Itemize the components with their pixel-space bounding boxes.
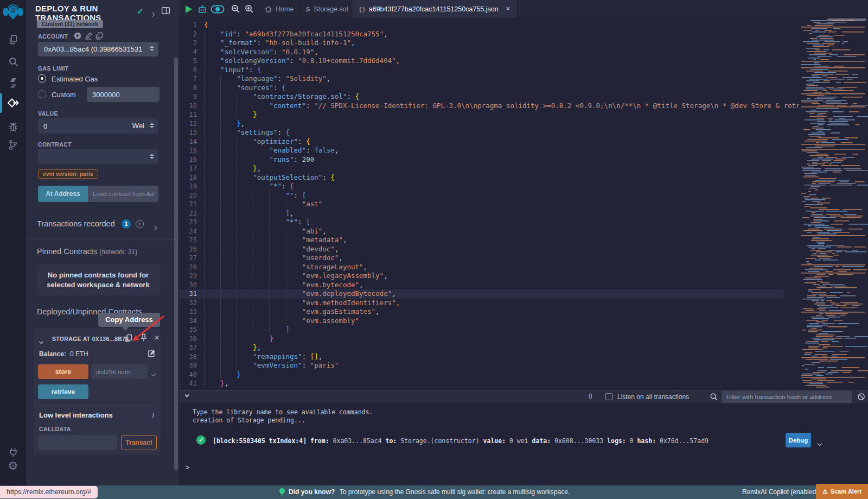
code-line[interactable]: 14 "optimizer": { (179, 137, 784, 147)
calldata-input[interactable] (38, 435, 117, 450)
panel-scrollbar[interactable] (174, 58, 178, 470)
code-editor[interactable]: 1{2 "id": "a69b43f277ba20fcac141151250ca… (179, 18, 868, 390)
code-line[interactable]: 8 "sources": { (179, 84, 784, 93)
copy-address-icon[interactable] (124, 334, 132, 342)
pin-contract-icon[interactable] (140, 333, 148, 342)
terminal-prompt[interactable]: > (186, 463, 190, 471)
expand-panel-icon[interactable] (151, 9, 154, 18)
code-content[interactable]: 1{2 "id": "a69b43f277ba20fcac141151250ca… (179, 21, 799, 388)
code-line[interactable]: 27 "userdoc", (179, 254, 784, 263)
code-line[interactable]: 36 } (179, 334, 784, 344)
minimap[interactable] (799, 18, 868, 390)
code-line[interactable]: 17 }, (179, 164, 784, 173)
expand-transactions-icon[interactable] (153, 222, 156, 232)
code-line[interactable]: 16 "runs": 200 (179, 155, 784, 165)
code-line[interactable]: 39 "evmVersion": "paris" (179, 361, 784, 370)
code-line[interactable]: 3 "_format": "hh-sol-build-info-1", (179, 39, 784, 48)
code-line[interactable]: 10 "content": "// SPDX-License-Identifie… (179, 102, 784, 111)
code-line[interactable]: 31 "evm.deployedBytecode", (179, 289, 784, 299)
remix-ai-icon[interactable] (197, 0, 208, 18)
transaction-filter-input[interactable] (722, 391, 852, 403)
copy-account-icon[interactable] (95, 32, 103, 40)
terminal-search-icon[interactable] (710, 393, 718, 401)
expand-store-icon[interactable] (152, 368, 155, 378)
deploy-run-icon[interactable] (0, 94, 26, 111)
code-line[interactable]: 38 "remappings": [], (179, 352, 784, 362)
estimated-gas-radio[interactable] (38, 74, 46, 83)
file-explorer-icon[interactable] (0, 31, 26, 48)
add-account-icon[interactable] (74, 32, 81, 40)
code-line[interactable]: 1{ (179, 21, 784, 30)
code-line[interactable]: 37 }, (179, 343, 784, 352)
transaction-log-row[interactable]: ✓ [block:5583405 txIndex:4] from: 0xa03.… (179, 432, 868, 451)
code-line[interactable]: 40 } (179, 370, 784, 380)
code-line[interactable]: 18 "outputSelection": { (179, 173, 784, 182)
code-line[interactable]: 22 ], (179, 209, 784, 218)
select-arrows-icon[interactable] (150, 123, 154, 128)
edit-balance-icon[interactable] (148, 349, 156, 357)
code-line[interactable]: 4 "solcVersion": "0.8.19", (179, 48, 784, 57)
contract-instance-title[interactable]: STORAGE AT 0X136...8B78 (52, 336, 129, 342)
code-line[interactable]: 11 } (179, 110, 784, 119)
transact-button[interactable]: Transact (121, 435, 157, 450)
code-line[interactable]: 35 ] (179, 325, 784, 334)
clear-console-icon[interactable] (857, 393, 865, 401)
debug-button[interactable]: Debug (786, 433, 811, 447)
code-line[interactable]: 25 "metadata", (179, 236, 784, 245)
code-line[interactable]: 15 "enabled": false, (179, 146, 784, 155)
copilot-status[interactable]: RemixAI Copilot (enabled) (742, 488, 818, 496)
minimap-slider[interactable] (827, 18, 866, 21)
value-unit-select[interactable]: Wei (132, 122, 144, 130)
code-line[interactable]: 29 "evm.legacyAssembly", (179, 271, 784, 281)
custom-gas-radio[interactable] (38, 90, 46, 98)
listen-checkbox[interactable] (605, 393, 612, 400)
store-button[interactable]: store (38, 364, 88, 379)
collapse-contract-icon[interactable] (40, 336, 43, 345)
info-icon[interactable]: i (136, 220, 144, 228)
retrieve-button[interactable]: retrieve (38, 384, 88, 399)
info-icon[interactable]: i (152, 411, 154, 420)
zoom-in-icon[interactable] (245, 0, 254, 18)
zoom-out-icon[interactable] (231, 0, 240, 18)
code-line[interactable]: 19 "*": { (179, 182, 784, 191)
close-tab-icon[interactable]: ✕ (506, 5, 510, 12)
code-line[interactable]: 28 "storageLayout", (179, 263, 784, 272)
search-icon[interactable] (0, 53, 26, 70)
remove-contract-icon[interactable]: ✕ (154, 334, 159, 342)
custom-gas-input[interactable] (87, 87, 159, 102)
account-select[interactable]: 0xA03...85ac4 (0.39866531531 (38, 42, 158, 56)
code-line[interactable]: 30 "evm.bytecode", (179, 281, 784, 290)
tab-storage-sol[interactable]: S Storage.sol (299, 0, 355, 18)
code-line[interactable]: 26 "devdoc", (179, 245, 784, 254)
code-line[interactable]: 33 "evm.gasEstimates", (179, 307, 784, 317)
remix-logo-icon[interactable] (0, 2, 26, 22)
solidity-compiler-icon[interactable] (0, 75, 26, 91)
expand-tx-icon[interactable] (818, 438, 821, 447)
code-line[interactable]: 41 }, (179, 379, 784, 388)
code-line[interactable]: 9 "contracts/Storage.sol": { (179, 92, 784, 102)
code-line[interactable]: 12 }, (179, 119, 784, 129)
collapse-terminal-icon[interactable] (186, 393, 188, 397)
tab-home[interactable]: Home (258, 0, 301, 18)
code-line[interactable]: 2 "id": "a69b43f277ba20fcac141151250ca75… (179, 30, 784, 39)
code-line[interactable]: 24 "abi", (179, 227, 784, 236)
tab-build-info-json[interactable]: { } a69b43f277ba20fcac141151250ca755.jso… (353, 0, 518, 18)
sign-message-icon[interactable] (85, 32, 92, 40)
code-line[interactable]: 20 "": [ (179, 191, 784, 200)
code-line[interactable]: 13 "settings": { (179, 128, 784, 137)
scam-alert-button[interactable]: ⚠ Scam Alert (816, 484, 868, 499)
code-line[interactable]: 6 "input": { (179, 66, 784, 75)
code-line[interactable]: 32 "evm.methodIdentifiers", (179, 299, 784, 308)
split-view-icon[interactable] (162, 7, 170, 14)
ai-copilot-toggle-icon[interactable] (210, 0, 225, 18)
code-line[interactable]: 21 "ast" (179, 200, 784, 209)
value-input[interactable] (38, 118, 119, 134)
code-line[interactable]: 7 "language": "Solidity", (179, 74, 784, 84)
run-script-icon[interactable] (186, 0, 192, 18)
contract-select[interactable] (38, 149, 158, 164)
at-address-button[interactable]: At Address (38, 186, 88, 202)
debugger-icon[interactable] (0, 118, 26, 135)
settings-icon[interactable]: ⚙ (0, 457, 26, 473)
at-address-input[interactable] (88, 186, 158, 202)
code-line[interactable]: 5 "solcLongVersion": "0.8.19+commit.7dd6… (179, 56, 784, 66)
